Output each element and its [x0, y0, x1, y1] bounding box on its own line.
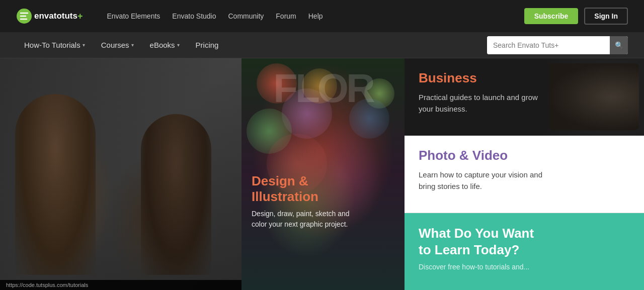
- search-input[interactable]: [487, 36, 610, 54]
- ebooks-chevron-icon: ▾: [177, 42, 180, 48]
- top-nav-links: Envato Elements Envato Studio Community …: [107, 12, 510, 20]
- logo-icon: [16, 8, 32, 24]
- business-card-desc: Practical guides to launch and grow your…: [419, 92, 539, 115]
- learn-today-desc: Discover free how-to tutorials and...: [419, 262, 630, 272]
- top-navigation: envatotuts+ Envato Elements Envato Studi…: [0, 0, 644, 32]
- nav-how-to-tutorials[interactable]: How-To Tutorials ▾: [16, 32, 93, 58]
- nav-ebooks-label: eBooks: [150, 41, 175, 49]
- nav-right-actions: Subscribe Sign In: [524, 8, 628, 25]
- nav-link-envato-studio[interactable]: Envato Studio: [172, 12, 216, 20]
- tutorials-chevron-icon: ▾: [83, 42, 85, 48]
- nav-ebooks[interactable]: eBooks ▾: [142, 32, 188, 58]
- search-icon: 🔍: [615, 41, 623, 49]
- main-content: https://code.tutsplus.com/tutorials FLOR…: [0, 58, 644, 290]
- secondary-nav-links: How-To Tutorials ▾ Courses ▾ eBooks ▾ Pr…: [16, 32, 487, 58]
- nav-link-help[interactable]: Help: [308, 12, 323, 20]
- logo-text-envato: envato: [34, 11, 62, 21]
- photo-video-card[interactable]: Photo & Video Learn how to capture your …: [405, 136, 644, 213]
- logo-text-plus: +: [77, 11, 83, 22]
- learn-today-card[interactable]: What Do You Want to Learn Today? Discove…: [405, 213, 644, 290]
- subscribe-button[interactable]: Subscribe: [524, 8, 579, 24]
- logo-text-tuts: tuts: [62, 11, 77, 21]
- business-card-title: Business: [419, 70, 630, 86]
- person-left-figure: [15, 94, 96, 275]
- secondary-navigation: How-To Tutorials ▾ Courses ▾ eBooks ▾ Pr…: [0, 32, 644, 58]
- nav-pricing-label: Pricing: [196, 41, 219, 49]
- logo[interactable]: envatotuts+: [16, 8, 83, 24]
- signin-button[interactable]: Sign In: [584, 8, 628, 25]
- nav-pricing[interactable]: Pricing: [188, 32, 227, 58]
- photo-video-desc: Learn how to capture your vision and bri…: [419, 169, 549, 192]
- hero-center-panel[interactable]: FLOR Design & Illustration Design, draw,…: [242, 58, 405, 290]
- search-button[interactable]: 🔍: [610, 36, 628, 54]
- person-right-figure: [141, 114, 211, 275]
- photo-video-title: Photo & Video: [419, 148, 630, 163]
- nav-tutorials-label: How-To Tutorials: [24, 41, 80, 49]
- design-illustration-desc: Design, draw, paint, sketch and color yo…: [252, 209, 394, 230]
- learn-today-title: What Do You Want to Learn Today?: [419, 225, 630, 258]
- floral-decorative-text: FLOR: [242, 68, 405, 109]
- hero-right-panel: Business Practical guides to launch and …: [405, 58, 644, 290]
- business-card-content: Business Practical guides to launch and …: [419, 70, 630, 115]
- search-area: 🔍: [487, 36, 628, 54]
- design-caption: Design & Illustration Design, draw, pain…: [252, 173, 394, 230]
- people-figures: [0, 58, 242, 275]
- courses-chevron-icon: ▾: [131, 42, 134, 48]
- nav-courses-label: Courses: [101, 41, 129, 49]
- nav-link-envato-elements[interactable]: Envato Elements: [107, 12, 160, 20]
- status-bar-text: https://code.tutsplus.com/tutorials: [6, 282, 88, 288]
- nav-link-community[interactable]: Community: [228, 12, 264, 20]
- nav-link-forum[interactable]: Forum: [276, 12, 296, 20]
- status-bar: https://code.tutsplus.com/tutorials: [0, 280, 242, 290]
- nav-courses[interactable]: Courses ▾: [93, 32, 142, 58]
- design-illustration-title: Design & Illustration: [252, 173, 394, 205]
- hero-left-panel: https://code.tutsplus.com/tutorials: [0, 58, 242, 290]
- business-card[interactable]: Business Practical guides to launch and …: [405, 58, 644, 136]
